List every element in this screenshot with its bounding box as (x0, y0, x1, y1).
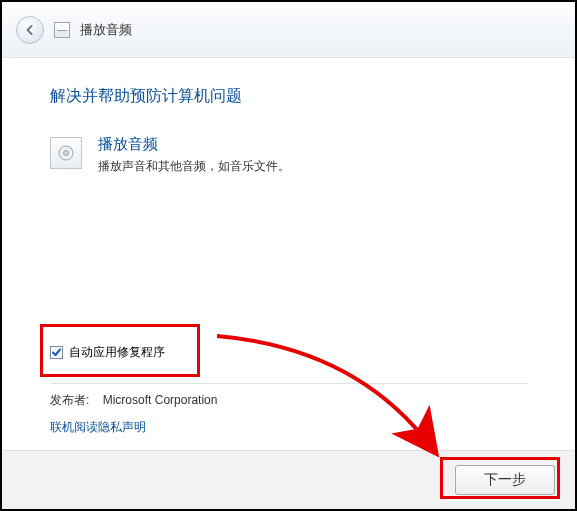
auto-repair-row[interactable]: 自动应用修复程序 (50, 344, 527, 361)
next-button-label: 下一步 (484, 471, 526, 489)
troubleshooter-section: 播放音频 播放声音和其他音频，如音乐文件。 (50, 135, 527, 175)
publisher-row: 发布者: Microsoft Corporation (50, 392, 527, 409)
divider (50, 383, 527, 384)
page-heading: 解决并帮助预防计算机问题 (50, 86, 527, 107)
back-arrow-icon (23, 23, 37, 37)
privacy-link[interactable]: 联机阅读隐私声明 (50, 420, 146, 434)
lower-block: 自动应用修复程序 发布者: Microsoft Corporation 联机阅读… (50, 344, 527, 436)
audio-icon (50, 137, 82, 169)
section-desc: 播放声音和其他音频，如音乐文件。 (98, 158, 290, 175)
window-title: 播放音频 (80, 21, 132, 39)
back-button[interactable] (16, 16, 44, 44)
publisher-name: Microsoft Corporation (103, 393, 218, 407)
next-button[interactable]: 下一步 (455, 465, 555, 495)
auto-repair-label: 自动应用修复程序 (69, 344, 165, 361)
footer: 下一步 (2, 450, 575, 509)
titlebar: 播放音频 (2, 2, 575, 58)
auto-repair-checkbox[interactable] (50, 346, 63, 359)
window-icon (54, 22, 70, 38)
publisher-label: 发布者: (50, 393, 89, 407)
svg-point-1 (64, 151, 69, 156)
checkmark-icon (51, 347, 62, 358)
section-title: 播放音频 (98, 135, 290, 154)
